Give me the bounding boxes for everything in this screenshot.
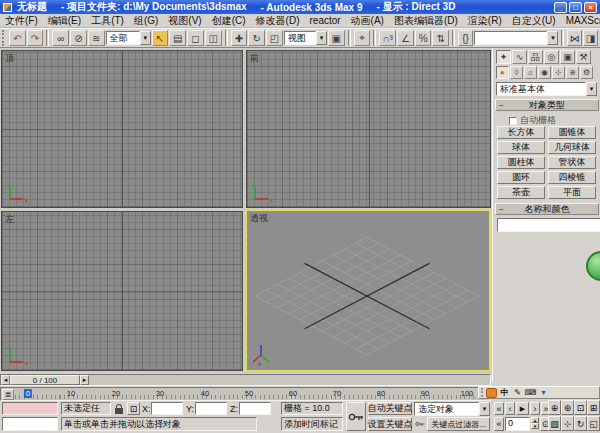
menu-views[interactable]: 视图(V) <box>163 14 206 28</box>
time-slider-left-icon[interactable]: ◂ <box>1 375 10 385</box>
spinner-snap-icon[interactable]: ⇅ <box>432 30 449 46</box>
selection-lock-icon[interactable] <box>113 402 125 415</box>
menu-edit[interactable]: 编辑(E) <box>43 14 86 28</box>
minimize-button[interactable]: _ <box>554 2 567 13</box>
title-bar[interactable]: 无标题 - 项目文件夹: d:\My Documents\3dsmax - Au… <box>0 0 600 14</box>
button-cylinder[interactable]: 圆柱体 <box>497 156 545 169</box>
menu-modifiers[interactable]: 修改器(D) <box>251 14 305 28</box>
menu-graph-editors[interactable]: 图表编辑器(D) <box>389 14 463 28</box>
viewport-front[interactable]: 前 x y <box>246 50 491 208</box>
close-button[interactable]: × <box>584 2 597 13</box>
min-max-toggle-icon[interactable]: ◱ <box>587 416 600 431</box>
category-cameras-icon[interactable]: ◉ <box>538 66 551 79</box>
language-bar[interactable]: 中 ✎ ⌨ ▾ <box>478 386 600 399</box>
button-cone[interactable]: 圆锥体 <box>548 126 596 139</box>
time-slider-handle[interactable]: 0 / 100 <box>10 375 80 385</box>
menu-tools[interactable]: 工具(T) <box>86 14 129 28</box>
absolute-offset-toggle-icon[interactable]: ⊡ <box>127 402 140 415</box>
frame-spinner[interactable]: ▴ ▾ <box>531 417 539 431</box>
category-geometry-icon[interactable]: ● <box>496 66 509 79</box>
chevron-down-icon[interactable]: ▾ <box>547 31 558 45</box>
name-color-rollout-header[interactable]: − 名称和颜色 <box>495 203 599 215</box>
restore-button[interactable]: □ <box>569 2 582 13</box>
category-systems-icon[interactable]: ⚙ <box>580 66 593 79</box>
redo-icon[interactable]: ↷ <box>27 30 44 46</box>
tab-create-icon[interactable]: ✦ <box>496 50 511 64</box>
menu-maxscript[interactable]: MAXScript(M) <box>561 15 600 26</box>
edit-named-selections-icon[interactable]: {} <box>458 30 473 46</box>
autogrid-checkbox[interactable] <box>509 117 517 125</box>
snap-toggle-3d-icon[interactable]: ∩³ <box>379 30 396 46</box>
menu-reactor[interactable]: reactor <box>304 15 345 26</box>
button-torus[interactable]: 圆环 <box>497 171 545 184</box>
button-tube[interactable]: 管状体 <box>548 156 596 169</box>
key-mode-toggle-icon[interactable]: « <box>494 417 504 431</box>
tab-motion-icon[interactable]: ◎ <box>544 50 559 64</box>
align-icon[interactable]: ◨ <box>583 30 598 46</box>
time-slider[interactable]: ◂ 0 / 100 ▸ <box>0 374 491 386</box>
button-teapot[interactable]: 茶壶 <box>497 186 545 199</box>
zoom-all-icon[interactable]: ⊛ <box>561 400 574 415</box>
arc-rotate-icon[interactable]: ↻ <box>574 416 587 431</box>
y-coordinate-input[interactable] <box>195 402 227 415</box>
auto-key-button[interactable]: 自动关键点 <box>368 402 412 415</box>
reference-coordinate-dropdown[interactable]: 视图 ▾ <box>284 31 327 45</box>
z-coordinate-input[interactable] <box>239 402 271 415</box>
collapse-icon[interactable]: − <box>499 205 504 214</box>
menu-rendering[interactable]: 渲染(R) <box>463 14 507 28</box>
go-to-start-icon[interactable]: « <box>494 402 504 415</box>
button-sphere[interactable]: 球体 <box>497 141 545 154</box>
button-geosphere[interactable]: 几何球体 <box>548 141 596 154</box>
mirror-icon[interactable]: ⋈ <box>567 30 582 46</box>
named-selection-dropdown[interactable]: ▾ <box>474 31 558 45</box>
zoom-region-icon[interactable]: ▧ <box>548 416 561 431</box>
spin-down-icon[interactable]: ▾ <box>531 423 539 429</box>
button-plane[interactable]: 平面 <box>548 186 596 199</box>
bind-spacewarp-icon[interactable]: ≋ <box>88 30 105 46</box>
menu-animation[interactable]: 动画(A) <box>346 14 389 28</box>
chevron-down-icon[interactable]: ▾ <box>586 82 597 96</box>
object-name-input[interactable] <box>497 218 600 232</box>
set-key-icon[interactable] <box>346 402 366 431</box>
category-helpers-icon[interactable]: ⊹ <box>552 66 565 79</box>
menu-create[interactable]: 创建(C) <box>207 14 251 28</box>
viewport-front-label[interactable]: 前 <box>250 52 259 65</box>
maxscript-listener-pink[interactable] <box>2 402 58 415</box>
use-pivot-center-icon[interactable]: ▣ <box>328 30 345 46</box>
select-link-icon[interactable]: ∞ <box>52 30 69 46</box>
category-shapes-icon[interactable]: ◊ <box>510 66 523 79</box>
tab-hierarchy-icon[interactable]: 品 <box>528 50 543 64</box>
maxscript-listener-white[interactable] <box>2 417 58 431</box>
x-coordinate-input[interactable] <box>151 402 183 415</box>
zoom-extents-all-icon[interactable]: ⊞ <box>587 400 600 415</box>
viewport-perspective-active[interactable]: 透视 <box>245 209 491 372</box>
zoom-extents-icon[interactable]: ⊡ <box>574 400 587 415</box>
ime-logo-icon[interactable] <box>486 388 497 398</box>
category-lights-icon[interactable]: ☼ <box>524 66 537 79</box>
select-rotate-icon[interactable]: ↻ <box>248 30 265 46</box>
button-box[interactable]: 长方体 <box>497 126 545 139</box>
tab-display-icon[interactable]: ▣ <box>560 50 575 64</box>
select-scale-icon[interactable]: ◰ <box>266 30 283 46</box>
viewport-top[interactable]: 顶 x y <box>1 50 243 208</box>
language-bar-grip[interactable] <box>481 388 484 397</box>
chevron-down-icon[interactable]: ▾ <box>316 31 327 45</box>
rect-selection-region-icon[interactable]: ◻ <box>187 30 204 46</box>
set-key-button[interactable]: 设置关键点 <box>368 417 412 431</box>
tab-utilities-icon[interactable]: ⚒ <box>576 50 591 64</box>
percent-snap-icon[interactable]: % <box>415 30 432 46</box>
select-by-name-icon[interactable]: ▤ <box>169 30 186 46</box>
viewport-left-label[interactable]: 左 <box>5 213 14 226</box>
current-frame-field[interactable]: 0 <box>505 417 530 431</box>
category-spacewarps-icon[interactable]: ≋ <box>566 66 579 79</box>
viewport-left[interactable]: 左 x y <box>1 211 243 371</box>
menu-file[interactable]: 文件(F) <box>0 14 43 28</box>
frame-indicator[interactable]: 0 <box>24 389 32 398</box>
menu-customize[interactable]: 自定义(U) <box>507 14 561 28</box>
select-object-icon[interactable]: ↖ <box>152 30 169 46</box>
track-bar[interactable]: ≣ 0 10 20 30 40 50 60 70 80 90 100 <box>0 387 491 401</box>
primitives-dropdown[interactable]: 标准基本体 ▾ <box>496 82 597 96</box>
ime-options-icon[interactable]: ▾ <box>538 388 549 398</box>
object-type-rollout-header[interactable]: − 对象类型 <box>495 99 599 111</box>
ime-keyboard-icon[interactable]: ⌨ <box>525 388 536 398</box>
